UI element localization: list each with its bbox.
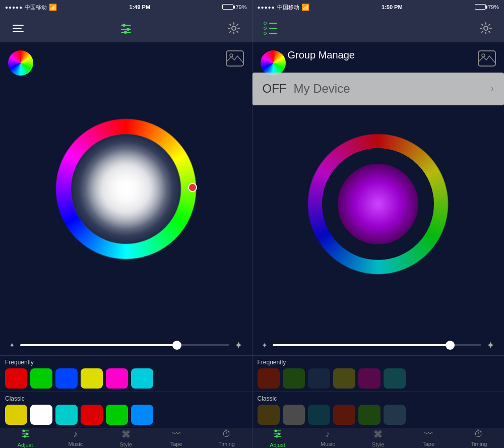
swatch-left-f1[interactable]	[5, 368, 27, 389]
music-icon-right: ♪	[326, 429, 330, 439]
classic-swatches-left	[5, 405, 247, 425]
swatch-left-c5[interactable]	[106, 405, 128, 425]
bottom-nav-right: Adjust ♪ Music ⌘ Style 〰 Tape ⏱ Timing	[253, 428, 505, 448]
nav-bar-right	[253, 14, 505, 42]
svg-point-3	[127, 28, 130, 31]
carrier-right: 中国移动	[277, 4, 299, 11]
battery-icon-right	[475, 4, 486, 11]
battery-icon-left	[222, 4, 233, 11]
swatch-right-c4[interactable]	[333, 405, 355, 425]
hamburger-icon	[13, 25, 24, 32]
gear-icon-right	[479, 22, 492, 35]
svg-point-28	[278, 433, 280, 435]
group-manage-header: Group Manage	[288, 49, 355, 61]
swatch-left-c3[interactable]	[55, 405, 78, 425]
status-bar-right: ●●●●● 中国移动 📶 1:50 PM 79%	[253, 0, 505, 14]
time-right: 1:50 PM	[382, 4, 403, 10]
signal-dots-left: ●●●●●	[5, 5, 23, 10]
overlay-menu[interactable]: OFF My Device ›	[253, 73, 505, 105]
overlay-device-item[interactable]: OFF My Device ›	[253, 73, 505, 105]
swatch-right-f5[interactable]	[358, 368, 381, 389]
adjust-icon-left	[20, 428, 30, 440]
swatch-left-f6[interactable]	[131, 368, 153, 389]
tab-adjust-label-left: Adjust	[18, 442, 33, 448]
swatch-right-c1[interactable]	[258, 405, 280, 425]
sliders-button-left[interactable]	[117, 19, 135, 37]
adjust-icon-right	[272, 428, 282, 440]
overlay-chevron-icon: ›	[490, 82, 494, 95]
settings-button-right[interactable]	[477, 19, 495, 37]
style-icon-left: ⌘	[121, 429, 131, 440]
color-wheel-left[interactable]	[50, 113, 202, 265]
swatch-left-f2[interactable]	[30, 368, 52, 389]
status-bar-left: ●●●●● 中国移动 📶 1:49 PM 79%	[0, 0, 253, 14]
tab-style-label-left: Style	[120, 441, 132, 447]
swatch-right-c3[interactable]	[308, 405, 330, 425]
brightness-row-left: ✦ ✦	[0, 335, 252, 355]
tab-music-label-left: Music	[68, 441, 83, 447]
swatch-right-f2[interactable]	[283, 368, 305, 389]
swatch-right-c5[interactable]	[358, 405, 381, 425]
signal-dots-right: ●●●●●	[258, 5, 275, 10]
tab-adjust-left[interactable]: Adjust	[0, 428, 50, 448]
bottom-nav-left: Adjust ♪ Music ⌘ Style 〰 Tape ⏱ Timing	[0, 428, 253, 448]
swatch-right-f1[interactable]	[258, 368, 280, 389]
tab-adjust-right[interactable]: Adjust	[253, 428, 303, 448]
nav-bars	[0, 14, 504, 42]
tab-music-right[interactable]: ♪ Music	[302, 428, 353, 448]
svg-point-20	[22, 430, 25, 432]
brightness-slider-left[interactable]	[20, 344, 229, 346]
tab-style-left[interactable]: ⌘ Style	[101, 428, 151, 448]
classic-section-left: Classic	[0, 392, 252, 428]
swatch-right-f6[interactable]	[384, 368, 406, 389]
tab-tape-left[interactable]: 〰 Tape	[151, 428, 202, 448]
tab-style-right[interactable]: ⌘ Style	[353, 428, 403, 448]
swatch-left-f5[interactable]	[106, 368, 128, 389]
svg-point-1	[122, 24, 125, 27]
nav-bar-left	[0, 14, 253, 42]
brightness-slider-right[interactable]	[273, 344, 482, 346]
tab-music-left[interactable]: ♪ Music	[50, 428, 101, 448]
swatch-left-c1[interactable]	[5, 405, 27, 425]
swatch-left-f3[interactable]	[55, 368, 78, 389]
image-button-right[interactable]	[477, 49, 497, 68]
color-ball-right[interactable]	[261, 50, 286, 76]
settings-button-left[interactable]	[225, 19, 243, 37]
swatch-left-f4[interactable]	[81, 368, 103, 389]
main-content: ✦ ✦ Frequently Classic	[0, 42, 504, 428]
list-button-right[interactable]	[262, 19, 280, 37]
menu-button-left[interactable]	[9, 19, 27, 37]
swatch-right-c6[interactable]	[384, 405, 406, 425]
frequently-label-right: Frequently	[258, 359, 499, 366]
wheel-handle-left[interactable]	[188, 183, 197, 192]
frequently-section-right: Frequently	[253, 355, 505, 392]
bottom-nav: Adjust ♪ Music ⌘ Style 〰 Tape ⏱ Timing A…	[0, 428, 504, 448]
status-bars: ●●●●● 中国移动 📶 1:49 PM 79% ●●●●● 中国移动 📶 1:…	[0, 0, 504, 14]
style-icon-right: ⌘	[373, 429, 383, 440]
swatch-right-f4[interactable]	[333, 368, 355, 389]
swatch-left-c2[interactable]	[30, 405, 52, 425]
timing-icon-left: ⏱	[222, 429, 231, 439]
swatch-left-c4[interactable]	[81, 405, 103, 425]
svg-point-30	[276, 435, 278, 438]
tab-music-label-right: Music	[321, 441, 335, 447]
brightness-min-icon-right: ✦	[262, 341, 268, 349]
tab-timing-right[interactable]: ⏱ Timing	[454, 428, 504, 448]
sliders-icon	[119, 21, 133, 35]
frequently-label-left: Frequently	[5, 359, 247, 366]
overlay-off-label: OFF	[263, 82, 287, 96]
svg-point-7	[484, 26, 488, 30]
tab-tape-right[interactable]: 〰 Tape	[403, 428, 454, 448]
brightness-max-icon-left: ✦	[234, 339, 243, 351]
tab-timing-left[interactable]: ⏱ Timing	[202, 428, 252, 448]
color-wheel-right[interactable]	[302, 129, 454, 280]
music-icon-left: ♪	[73, 429, 78, 439]
swatch-right-c2[interactable]	[283, 405, 305, 425]
swatch-right-f3[interactable]	[308, 368, 330, 389]
left-panel: ✦ ✦ Frequently Classic	[0, 42, 253, 428]
swatch-left-c6[interactable]	[131, 405, 153, 425]
tab-tape-label-left: Tape	[170, 441, 182, 447]
frequently-swatches-left	[5, 368, 247, 389]
wheel-area-right	[253, 73, 505, 335]
svg-point-5	[124, 31, 127, 34]
